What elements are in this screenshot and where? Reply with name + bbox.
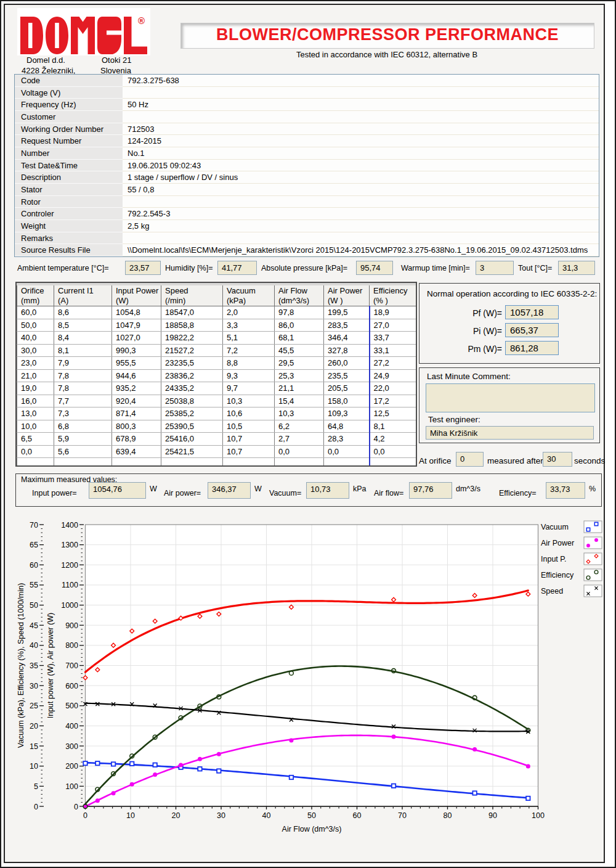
legend-marker-box[interactable]	[584, 553, 602, 565]
measurement-row: 10,06,8800,325390,510,56,264,88,1	[17, 420, 416, 433]
x-tick-label: 90	[488, 811, 497, 820]
subtitle: Tested in accordance with IEC 60312, alt…	[180, 50, 593, 59]
outer-y-axis-title: Vacuum (kPa), Efficiency (%), Speed (100…	[17, 583, 25, 748]
info-row-value: 50 Hz	[123, 99, 599, 111]
measurement-cell: 0,0	[370, 445, 416, 458]
ambient-field-label: Humidity [%]=	[165, 264, 213, 272]
legend-label: Vacuum	[541, 523, 569, 531]
legend-item[interactable]: Input P.	[541, 553, 602, 565]
normal-operation-field-label: Pm (W)=	[431, 344, 502, 354]
measurement-cell: 2,0	[223, 306, 275, 319]
measurement-cell: 17,2	[370, 395, 416, 407]
legend-item[interactable]: Vacuum	[541, 521, 602, 533]
marker-square	[594, 522, 598, 525]
inner-y-axis-title: Input power (W), Air power (W)	[46, 613, 55, 719]
outer-y-tick-label: 5	[34, 782, 38, 791]
info-row-label: Request Number	[15, 135, 123, 147]
measurement-cell: 45,5	[275, 344, 324, 357]
ambient-field-label: Tout [°C]=	[518, 264, 552, 272]
measurement-cell: 8,6	[54, 306, 112, 319]
ambient-field-label: Absolute pressure [kPa]=	[261, 264, 347, 272]
info-row: Controler792.2.545-3	[15, 208, 599, 220]
measurement-cell: 10,6	[223, 407, 275, 420]
info-row: Customer	[15, 111, 599, 123]
measurement-row: 19,07,8935,224335,29,721,1205,522,0	[17, 382, 416, 395]
ambient-field-input[interactable]: 95,74	[356, 261, 393, 275]
normal-operation-field-value[interactable]: 861,28	[505, 341, 559, 355]
measurement-cell: 7,8	[54, 369, 112, 382]
measurement-cell	[161, 458, 223, 467]
measurement-cell: 6,5	[17, 433, 54, 446]
ambient-field-input[interactable]: 31,3	[558, 261, 595, 275]
measurement-cell: 871,4	[112, 407, 161, 420]
measurement-cell: 10,5	[223, 420, 275, 433]
ambient-field-input[interactable]: 23,57	[125, 261, 161, 275]
measurement-cell: 8,8	[223, 357, 275, 370]
engineer-input[interactable]: Miha Kržišnik	[426, 426, 594, 440]
legend-marker-box[interactable]	[584, 537, 602, 549]
measurement-cell: 678,9	[112, 433, 161, 446]
x-tick-label: 50	[307, 811, 316, 820]
measured-after-label: measured after	[487, 456, 543, 465]
max-value-input[interactable]: 10,73	[306, 482, 349, 499]
ambient-field-input[interactable]: 41,77	[217, 261, 257, 275]
ambient-field-input[interactable]: 3	[476, 261, 514, 275]
info-row-label: Customer	[15, 111, 123, 123]
measurement-cell: 19,0	[17, 382, 54, 395]
measurement-column-name: Efficiency	[373, 286, 415, 296]
legend-label: Air Power	[541, 539, 574, 547]
measurement-row: 23,07,9955,523235,58,829,5260,027,2	[17, 357, 416, 370]
measurement-cell: 639,4	[112, 445, 161, 458]
max-value-input[interactable]: 97,76	[409, 482, 452, 499]
info-row-value: 792.3.275-638	[123, 75, 599, 87]
outer-y-tick-label: 25	[30, 702, 38, 710]
inner-y-tick-label: 0	[74, 803, 78, 811]
info-row: Frequency (Hz)50 Hz	[15, 99, 599, 111]
inner-y-tick-label: 900	[65, 621, 78, 630]
legend-item[interactable]: Air Power	[541, 537, 602, 549]
measurement-cell: 8,4	[54, 332, 112, 345]
measurement-cell	[275, 458, 324, 467]
info-row-label: Remarks	[15, 232, 123, 245]
x-tick-label: 10	[126, 811, 135, 820]
measurement-cell: 1054,8	[112, 306, 161, 319]
measurement-cell: 25390,5	[161, 420, 223, 433]
measurement-cell: 27,2	[370, 357, 416, 370]
x-tick-label: 20	[172, 811, 180, 820]
measurement-column-unit: (kPa)	[227, 296, 273, 306]
max-value-unit: kPa	[353, 485, 367, 493]
measured-after-value[interactable]: 30	[543, 452, 572, 467]
measurement-cell: 25416,0	[161, 433, 223, 446]
info-row: Remarks	[15, 232, 599, 245]
comment-label: Last Minute Comment:	[427, 372, 511, 381]
measurement-column-unit: (dm^3/s)	[278, 296, 322, 306]
address-company: Domel d.d.	[26, 55, 65, 65]
measurement-cell: 21,0	[17, 369, 54, 382]
comment-textarea[interactable]	[426, 383, 595, 412]
normal-operation-field-value[interactable]: 665,37	[505, 323, 559, 337]
measurement-cell: 5,6	[54, 445, 112, 458]
normal-operation-field-value[interactable]: 1057,18	[505, 305, 559, 319]
at-orifice-value[interactable]: 0	[456, 452, 484, 467]
measurement-cell: 18858,8	[161, 319, 223, 332]
max-value-input[interactable]: 1054,76	[89, 482, 146, 499]
inner-y-tick-label: 200	[65, 762, 78, 771]
max-value-input[interactable]: 33,73	[546, 482, 585, 499]
max-value-label: Vacuum=	[269, 489, 301, 497]
legend-item[interactable]: Speed	[541, 585, 602, 597]
measurement-thead: Orifice(mm)Current I1(A)Input Power(W)Sp…	[17, 285, 416, 306]
measurement-cell: 64,8	[324, 420, 370, 433]
outer-y-tick-label: 50	[30, 601, 38, 610]
legend-item[interactable]: Efficiency	[541, 569, 602, 581]
max-value-input[interactable]: 346,37	[208, 482, 251, 499]
marker-square	[290, 776, 293, 779]
logo-letter-e	[97, 17, 121, 54]
info-row: Description1 stage / superflow / DV / si…	[15, 171, 599, 184]
measurement-cell: 10,3	[223, 395, 275, 407]
measurement-column-name: Air Flow	[278, 286, 322, 296]
marker-square	[472, 791, 476, 795]
measurement-column-name: Orifice	[21, 286, 52, 296]
info-row-value: 124-2015	[123, 135, 599, 147]
marker-square	[392, 784, 395, 788]
info-row: Voltage (V)	[15, 87, 599, 99]
